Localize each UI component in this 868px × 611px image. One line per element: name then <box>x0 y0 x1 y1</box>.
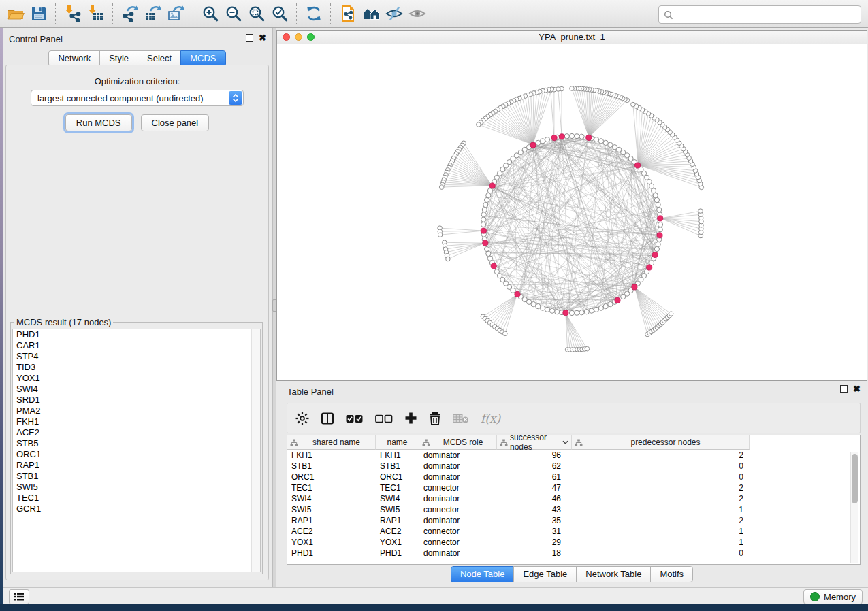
mcds-result-item[interactable]: CAR1 <box>13 340 260 351</box>
network-node[interactable] <box>653 193 658 198</box>
zoom-fit-icon[interactable] <box>246 3 267 24</box>
network-node[interactable] <box>656 242 660 246</box>
network-node[interactable] <box>569 310 574 315</box>
mcds-result-item[interactable]: TID3 <box>13 362 260 373</box>
network-node[interactable] <box>541 139 545 144</box>
mcds-result-item[interactable]: PHD1 <box>13 329 260 340</box>
table-row[interactable]: SWI4SWI4dominator462 <box>287 493 860 504</box>
task-history-button[interactable] <box>9 589 29 604</box>
network-node[interactable] <box>541 306 545 310</box>
network-node[interactable] <box>485 197 489 202</box>
network-node[interactable] <box>579 134 584 139</box>
column-header-name[interactable]: name <box>376 435 419 450</box>
export-table-icon[interactable] <box>143 3 163 24</box>
mcds-result-item[interactable]: STP4 <box>13 351 260 362</box>
network-node[interactable] <box>594 137 598 142</box>
float-table-panel-icon[interactable] <box>840 385 848 393</box>
mcds-result-item[interactable]: YOX1 <box>13 373 260 384</box>
network-node[interactable] <box>545 137 549 142</box>
network-node[interactable] <box>658 227 662 232</box>
table-scrollbar-thumb[interactable] <box>852 454 858 503</box>
network-node[interactable] <box>536 304 541 309</box>
column-header-MCDS-role[interactable]: MCDS role <box>419 435 497 450</box>
network-leaf-node[interactable] <box>446 257 451 261</box>
network-node[interactable] <box>536 140 541 145</box>
add-row-icon[interactable] <box>404 410 417 427</box>
zoom-selected-icon[interactable] <box>270 3 290 24</box>
mcds-hub-node[interactable] <box>489 183 495 188</box>
import-table-icon[interactable] <box>86 3 106 24</box>
table-row[interactable]: TEC1TEC1connector472 <box>287 482 860 493</box>
mcds-hub-node[interactable] <box>483 240 488 246</box>
network-leaf-node[interactable] <box>669 312 673 316</box>
network-node[interactable] <box>603 140 608 145</box>
network-leaf-node[interactable] <box>698 209 703 214</box>
network-node[interactable] <box>658 222 662 227</box>
mcds-hub-node[interactable] <box>652 252 658 257</box>
mcds-result-item[interactable]: SWI4 <box>13 384 260 395</box>
network-node[interactable] <box>657 208 662 212</box>
mcds-result-item[interactable]: SRD1 <box>13 395 260 406</box>
delete-row-icon[interactable] <box>429 410 441 427</box>
float-panel-icon[interactable] <box>246 34 253 42</box>
column-header-predecessor-nodes[interactable]: predecessor nodes <box>572 435 750 450</box>
network-node[interactable] <box>569 133 574 138</box>
run-mcds-button[interactable]: Run MCDS <box>65 114 132 131</box>
column-header-shared-name[interactable]: shared name <box>287 435 376 450</box>
mcds-hub-node[interactable] <box>632 284 637 290</box>
close-table-panel-icon[interactable]: ✖ <box>853 386 861 393</box>
network-leaf-node[interactable] <box>438 233 443 237</box>
mcds-hub-node[interactable] <box>491 263 496 269</box>
mcds-result-item[interactable]: FKH1 <box>13 416 260 427</box>
mcds-result-item[interactable]: STB5 <box>13 438 260 449</box>
network-node[interactable] <box>654 246 659 251</box>
table-row[interactable]: FKH1FKH1dominator962 <box>287 450 860 461</box>
network-node[interactable] <box>555 310 560 314</box>
table-row[interactable]: ORC1ORC1dominator610 <box>287 472 860 482</box>
show-graphics-details-icon[interactable] <box>407 3 428 24</box>
criterion-select[interactable]: largest connected component (undirected) <box>31 90 244 106</box>
export-image-icon[interactable] <box>166 3 187 24</box>
select-all-icon[interactable] <box>346 410 364 427</box>
deselect-all-icon[interactable] <box>375 410 393 427</box>
search-input[interactable] <box>676 7 861 22</box>
network-node[interactable] <box>652 188 656 193</box>
mcds-hub-node[interactable] <box>530 142 536 148</box>
table-row[interactable]: SWI5SWI5connector431 <box>287 504 860 515</box>
open-file-icon[interactable] <box>5 3 26 24</box>
network-canvas[interactable] <box>277 44 867 380</box>
mcds-list-scrollbar[interactable] <box>251 329 260 572</box>
tab-edge-table[interactable]: Edge Table <box>513 566 577 582</box>
zoom-out-icon[interactable] <box>223 3 244 24</box>
table-row[interactable]: YOX1YOX1connector291 <box>287 537 860 548</box>
mcds-result-item[interactable]: PMA2 <box>13 406 260 416</box>
show-columns-icon[interactable] <box>321 410 334 427</box>
network-leaf-node[interactable] <box>570 86 575 91</box>
mcds-hub-node[interactable] <box>658 216 663 221</box>
network-leaf-node[interactable] <box>631 102 636 107</box>
mcds-result-item[interactable]: STB1 <box>13 471 260 482</box>
mcds-result-item[interactable]: RAP1 <box>13 460 260 471</box>
mcds-hub-node[interactable] <box>657 233 662 238</box>
close-panel-icon[interactable]: ✖ <box>259 35 266 42</box>
network-node[interactable] <box>584 310 589 314</box>
table-row[interactable]: STB1STB1dominator620 <box>287 461 860 472</box>
table-scrollbar[interactable] <box>850 452 858 563</box>
network-node[interactable] <box>481 222 485 227</box>
network-node[interactable] <box>564 134 569 139</box>
network-node[interactable] <box>483 203 488 208</box>
mcds-hub-node[interactable] <box>481 228 486 233</box>
network-svg[interactable] <box>277 44 867 380</box>
settings-icon[interactable] <box>295 410 309 427</box>
network-node[interactable] <box>486 193 491 198</box>
network-node[interactable] <box>598 306 603 310</box>
mcds-result-item[interactable]: SWI5 <box>13 482 260 493</box>
mcds-hub-node[interactable] <box>515 291 520 297</box>
network-node[interactable] <box>481 217 486 222</box>
table-row[interactable]: PHD1PHD1dominator180 <box>287 548 860 559</box>
mcds-result-item[interactable]: TEC1 <box>13 493 260 503</box>
mcds-hub-node[interactable] <box>635 163 641 168</box>
mcds-result-list[interactable]: PHD1CAR1STP4TID3YOX1SWI4SRD1PMA2FKH1ACE2… <box>12 329 261 572</box>
column-header-successor-nodes[interactable]: successor nodes <box>497 435 572 450</box>
network-node[interactable] <box>589 308 594 313</box>
